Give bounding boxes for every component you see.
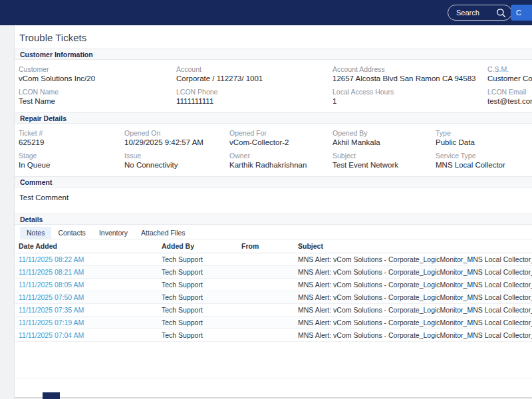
search-placeholder: Search (456, 9, 479, 17)
field-lcon-name: LCON Name Test Name (19, 86, 176, 108)
note-subject: MNS Alert: vCom Solutions - Corporate_Lo… (294, 304, 532, 317)
column-header-date-added: Date Added (15, 239, 158, 253)
field-account: Account Corporate / 112273/ 1001 (176, 63, 332, 86)
tab-attached-files[interactable]: Attached Files (134, 227, 192, 239)
table-row: 11/11/2025 07:04 AM Tech Support MNS Ale… (15, 329, 532, 342)
note-date-link[interactable]: 11/11/2025 08:05 AM (19, 281, 84, 289)
field-lcon-email: LCON Email test@test.com (487, 86, 532, 108)
details-tabs: Notes Contacts Inventory Attached Files (20, 227, 532, 239)
note-date-link[interactable]: 11/11/2025 07:04 AM (19, 331, 84, 339)
field-issue: Issue No Connectivity (124, 150, 229, 172)
note-date-link[interactable]: 11/11/2025 08:22 AM (19, 255, 84, 263)
table-row: 11/11/2025 07:35 AM Tech Support MNS Ale… (15, 304, 532, 317)
field-lcon-phone: LCON Phone 1111111111 (176, 86, 332, 108)
section-header-customer-information: Customer Information (15, 49, 532, 60)
section-title: Details (20, 215, 43, 223)
field-local-access-hours: Local Access Hours 1 (332, 86, 487, 108)
column-header-added-by: Added By (158, 239, 237, 253)
field-owner: Owner Karthik Radhakrishnan (229, 150, 332, 172)
field-ticket-number: Ticket # 625219 (19, 127, 124, 150)
comment-text: Test Comment (15, 188, 532, 213)
section-header-details: Details (15, 213, 532, 225)
tab-contacts[interactable]: Contacts (51, 227, 92, 239)
section-header-comment: Comment (15, 176, 532, 188)
status-bar-stub (43, 392, 60, 399)
notes-table-body: 11/11/2025 08:22 AM Tech Support MNS Ale… (15, 253, 532, 342)
table-row: 11/11/2025 08:21 AM Tech Support MNS Ale… (15, 266, 532, 279)
note-added-by: Tech Support (158, 317, 237, 329)
repair-details-grid: Ticket # 625219 Opened On 10/29/2025 9:4… (15, 124, 532, 176)
table-row: 11/11/2025 08:22 AM Tech Support MNS Ale… (15, 253, 532, 266)
note-subject: MNS Alert: vCom Solutions - Corporate_Lo… (294, 291, 532, 304)
section-header-repair-details: Repair Details (15, 112, 532, 124)
tab-inventory[interactable]: Inventory (92, 227, 134, 239)
field-stage: Stage In Queue (19, 150, 124, 172)
note-from (237, 253, 294, 266)
table-row: 11/11/2025 07:50 AM Tech Support MNS Ale… (15, 291, 532, 304)
customer-info-grid: Customer vCom Solutions Inc/20 Account C… (15, 60, 532, 112)
note-subject: MNS Alert: vCom Solutions - Corporate_Lo… (294, 317, 532, 329)
search-icon[interactable] (496, 8, 506, 18)
note-from (237, 291, 294, 304)
note-added-by: Tech Support (158, 279, 237, 291)
note-date-link[interactable]: 11/11/2025 07:35 AM (19, 306, 84, 314)
note-added-by: Tech Support (158, 304, 237, 317)
note-added-by: Tech Support (158, 329, 237, 342)
note-from (237, 279, 294, 291)
note-subject: MNS Alert: vCom Solutions - Corporate_Lo… (294, 279, 532, 291)
field-opened-on: Opened On 10/29/2025 9:42:57 AM (124, 127, 229, 150)
card-divider (15, 378, 532, 378)
section-title: Repair Details (20, 114, 66, 122)
note-date-link[interactable]: 11/11/2025 08:21 AM (19, 268, 84, 276)
note-added-by: Tech Support (158, 253, 237, 266)
notes-table-header-row: Date Added Added By From Subject (15, 239, 532, 253)
field-type: Type Public Data (436, 127, 532, 150)
note-from (237, 304, 294, 317)
table-row: 11/11/2025 07:19 AM Tech Support MNS Ale… (15, 317, 532, 329)
field-account-address: Account Address 12657 Alcosta Blvd San R… (332, 63, 487, 86)
note-subject: MNS Alert: vCom Solutions - Corporate_Lo… (294, 329, 532, 342)
field-opened-for: Opened For vCom-Collector-2 (229, 127, 332, 150)
left-gutter (0, 25, 15, 399)
notes-table: Date Added Added By From Subject 11/11/2… (15, 239, 532, 342)
top-navbar: Search C (0, 0, 532, 25)
section-title: Comment (20, 178, 52, 186)
field-customer: Customer vCom Solutions Inc/20 (19, 63, 176, 86)
section-title: Customer Information (20, 51, 93, 59)
field-opened-by: Opened By Akhil Mankala (332, 127, 436, 150)
page-title: Trouble Tickets (15, 25, 532, 49)
search-input[interactable]: Search (448, 5, 512, 21)
tab-notes[interactable]: Notes (20, 227, 51, 239)
note-date-link[interactable]: 11/11/2025 07:50 AM (19, 293, 84, 301)
note-subject: MNS Alert: vCom Solutions - Corporate_Lo… (294, 253, 532, 266)
column-header-subject: Subject (294, 239, 532, 253)
note-from (237, 266, 294, 279)
contact-button[interactable]: C (511, 5, 532, 21)
note-from (237, 317, 294, 329)
ticket-detail-card: Trouble Tickets Customer Information Cus… (15, 25, 532, 397)
column-header-from: From (237, 239, 294, 253)
note-added-by: Tech Support (158, 266, 237, 279)
note-subject: MNS Alert: vCom Solutions - Corporate_Lo… (294, 266, 532, 279)
field-subject: Subject Test Event Network (332, 150, 436, 172)
field-csm: C.S.M. Customer Comm (487, 63, 532, 86)
note-added-by: Tech Support (158, 291, 237, 304)
table-row: 11/11/2025 08:05 AM Tech Support MNS Ale… (15, 279, 532, 291)
note-date-link[interactable]: 11/11/2025 07:19 AM (19, 319, 84, 327)
note-from (237, 329, 294, 342)
field-service-type: Service Type MNS Local Collector (436, 150, 532, 172)
